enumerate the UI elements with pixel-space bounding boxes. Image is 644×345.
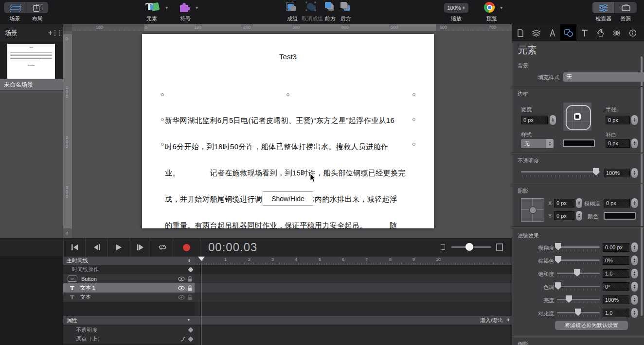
- filter-brightness-field[interactable]: 100%: [603, 295, 629, 304]
- eye-icon[interactable]: [178, 276, 185, 281]
- tab-element[interactable]: [560, 24, 576, 41]
- layer-row-text1[interactable]: T 文本 1: [63, 283, 195, 293]
- step-forward-button[interactable]: [129, 238, 151, 257]
- filter-brightness-stepper[interactable]: [631, 295, 638, 305]
- opacity-slider-thumb[interactable]: [593, 168, 599, 175]
- opacity-slider[interactable]: [521, 171, 600, 172]
- border-radius-field[interactable]: 0 px: [606, 116, 630, 124]
- resources-toggle-button[interactable]: [614, 2, 637, 13]
- filter-contrast-stepper[interactable]: [631, 308, 638, 318]
- tab-metrics[interactable]: [544, 24, 560, 41]
- reset-filters-button[interactable]: 将滤镜还原为默认设置: [555, 321, 628, 330]
- bring-forward-button[interactable]: [324, 1, 337, 13]
- loop-button[interactable]: [151, 238, 173, 257]
- fill-style-dropdown[interactable]: 无: [563, 72, 644, 82]
- border-padding-stepper[interactable]: [631, 138, 638, 148]
- tab-identity[interactable]: [625, 24, 641, 41]
- timeline-actions-row[interactable]: 时间线操作: [63, 265, 195, 274]
- property-row-opacity[interactable]: 不透明度: [63, 326, 195, 334]
- lock-icon[interactable]: [187, 276, 193, 282]
- layer-row-text[interactable]: T 文本: [63, 293, 195, 302]
- shadow-color-well[interactable]: [604, 212, 636, 220]
- opacity-stepper[interactable]: [631, 168, 638, 178]
- border-padding-field[interactable]: 8 px: [606, 139, 630, 148]
- tab-text[interactable]: [576, 24, 592, 41]
- timeline-actions-track[interactable]: [195, 265, 512, 274]
- filter-saturation-stepper[interactable]: [631, 269, 638, 278]
- scene-name[interactable]: 未命名场景: [0, 79, 63, 90]
- filter-sepia-field[interactable]: 0%: [603, 256, 629, 265]
- filter-brightness-slider[interactable]: [557, 299, 600, 300]
- shadow-y-stepper[interactable]: [576, 211, 582, 221]
- border-width-field[interactable]: 0 px: [521, 116, 548, 124]
- tab-document[interactable]: [512, 24, 528, 41]
- properties-header[interactable]: 属性 ▼: [63, 316, 195, 325]
- ungroup-button[interactable]: [305, 1, 319, 13]
- shadow-blur-field[interactable]: 0 px: [604, 199, 630, 207]
- layer-track-text1[interactable]: [195, 283, 512, 293]
- selection-handle[interactable]: [161, 143, 164, 146]
- canvas-area[interactable]: 100 0 100 200 300 400 500 600 700 0 100 …: [63, 24, 512, 238]
- filter-sepia-stepper[interactable]: [631, 256, 638, 265]
- selection-handle[interactable]: [412, 143, 415, 146]
- tab-scene[interactable]: [528, 24, 544, 41]
- inspector-scrollbar[interactable]: [641, 56, 643, 316]
- property-track-origin[interactable]: [195, 334, 512, 345]
- easing-selector[interactable]: 渐入/渐出: [195, 316, 512, 325]
- keyframe-diamond-icon[interactable]: [188, 267, 193, 272]
- show-hide-button[interactable]: Show/Hide: [263, 191, 313, 206]
- selection-handle[interactable]: [161, 93, 164, 96]
- filter-blur-slider[interactable]: [557, 246, 600, 248]
- add-scene-button[interactable]: +: [48, 24, 53, 42]
- layouts-toggle-button[interactable]: [26, 2, 48, 13]
- border-radius-stepper[interactable]: [631, 115, 638, 125]
- filter-hue-stepper[interactable]: [631, 282, 638, 292]
- scene-stage[interactable]: Test3 新华网湖北监利6月5日电(记者皮曙初、王贤)“东方之星”起浮作业从1…: [142, 34, 434, 228]
- preview-button[interactable]: ▾: [484, 2, 503, 14]
- shadow-x-field[interactable]: 0 px: [554, 199, 574, 207]
- layer-track-button[interactable]: [195, 274, 512, 283]
- keyframe-diamond-icon[interactable]: [188, 327, 193, 332]
- insert-symbol-button[interactable]: ▾: [178, 1, 198, 15]
- selection-handle[interactable]: [412, 93, 415, 96]
- stage-title-text[interactable]: Test3: [142, 52, 434, 61]
- filter-hue-slider[interactable]: [557, 286, 600, 287]
- playhead[interactable]: [198, 257, 205, 264]
- scenes-toggle-button[interactable]: [4, 2, 26, 13]
- shadow-blur-stepper[interactable]: [631, 198, 638, 208]
- insert-element-button[interactable]: T ▾: [143, 1, 168, 15]
- filter-blur-field[interactable]: 0.00 px: [603, 243, 629, 252]
- tab-physics[interactable]: [608, 24, 625, 41]
- play-button[interactable]: [107, 238, 129, 257]
- lock-icon[interactable]: [187, 285, 193, 291]
- border-color-well[interactable]: [563, 139, 595, 147]
- main-timeline-header[interactable]: 主时间线: [63, 257, 195, 265]
- filter-sepia-slider[interactable]: [557, 259, 600, 261]
- shadow-x-stepper[interactable]: [576, 198, 582, 208]
- step-back-button[interactable]: [85, 238, 107, 257]
- timeline-zoom-in-icon[interactable]: [495, 243, 503, 250]
- shadow-y-field[interactable]: 0 px: [554, 211, 574, 220]
- timeline-zoom-out-icon[interactable]: [439, 244, 446, 250]
- border-width-stepper[interactable]: [550, 115, 556, 125]
- filter-contrast-field[interactable]: 1.0: [603, 309, 629, 317]
- group-button[interactable]: [285, 1, 299, 13]
- selection-handle[interactable]: [161, 118, 164, 121]
- record-button[interactable]: [173, 238, 200, 257]
- eye-icon[interactable]: [178, 286, 185, 291]
- property-row-origin-top[interactable]: 原点（上）: [63, 334, 195, 344]
- jump-to-start-button[interactable]: [63, 238, 86, 257]
- border-sides-widget[interactable]: [563, 102, 592, 131]
- selection-handle[interactable]: [286, 93, 289, 96]
- selection-handle[interactable]: [412, 118, 415, 121]
- keyframe-diamond-icon[interactable]: [188, 336, 193, 342]
- opacity-field[interactable]: 100%: [604, 169, 630, 177]
- border-style-dropdown[interactable]: 无: [521, 139, 554, 148]
- inspector-toggle-button[interactable]: [592, 2, 614, 13]
- property-track-opacity[interactable]: [195, 326, 512, 335]
- zoom-stepper[interactable]: 100%: [444, 3, 468, 13]
- shadow-offset-widget[interactable]: [521, 198, 544, 222]
- layer-track-text[interactable]: [195, 293, 512, 302]
- filter-hue-field[interactable]: 0°: [603, 282, 629, 291]
- layer-row-button[interactable]: OK Button: [63, 274, 195, 283]
